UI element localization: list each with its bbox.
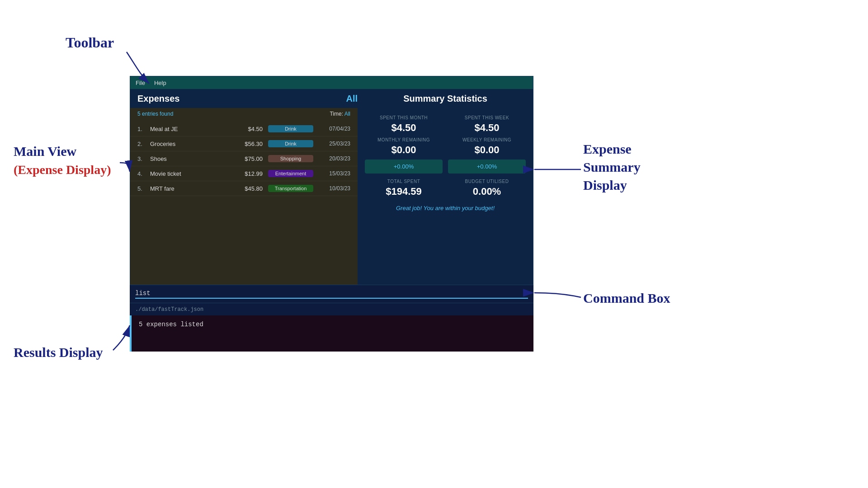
entries-bar: 5 entries found Time: All	[130, 108, 358, 120]
results-text: 5 expenses listed	[139, 321, 203, 328]
total-spent-label: TOTAL SPENT	[365, 179, 443, 184]
total-row: TOTAL SPENT $194.59 BUDGET UTILISED 0.00…	[365, 179, 526, 197]
expense-name: MRT fare	[150, 185, 231, 192]
table-row[interactable]: 5. MRT fare $45.80 Transportation 10/03/…	[130, 181, 358, 196]
status-bar: ./data/fastTrack.json	[130, 303, 533, 315]
expense-category: Drink	[268, 140, 313, 147]
budget-utilised-value: 0.00%	[448, 186, 526, 197]
summary-top-row: SPENT THIS MONTH $4.50 SPENT THIS WEEK $…	[365, 115, 526, 134]
expense-amount: $56.30	[231, 141, 263, 147]
expense-summary-annotation3: Display	[583, 178, 627, 192]
expense-amount: $75.00	[231, 155, 263, 162]
expense-name: Meal at JE	[150, 126, 231, 132]
expense-amount: $4.50	[231, 126, 263, 132]
summary-header: Summary Statistics	[358, 89, 533, 108]
expense-amount: $45.80	[231, 185, 263, 192]
expenses-header: Expenses	[130, 89, 346, 108]
expense-category: Entertainment	[268, 170, 313, 177]
spent-this-week-card: SPENT THIS WEEK $4.50	[448, 115, 526, 134]
expense-date: 15/03/23	[319, 170, 350, 177]
main-content: 5 entries found Time: All 1. Meal at JE …	[130, 108, 533, 315]
expense-category: Transportation	[268, 185, 313, 192]
results-arrow	[113, 325, 130, 350]
total-spent-card: TOTAL SPENT $194.59	[365, 179, 443, 197]
spent-month-label: SPENT THIS MONTH	[365, 115, 443, 120]
time-label: Time: All	[330, 111, 350, 117]
row-num: 3.	[137, 155, 150, 162]
weekly-remaining-card: WEEKLY REMAINING $0.00	[448, 137, 526, 156]
expense-summary-annotation: Expense	[583, 141, 632, 156]
entries-count: 5 entries found	[137, 111, 173, 117]
results-annotation: Results Display	[14, 345, 103, 360]
main-view-annotation: Main View	[14, 144, 76, 159]
header-row: Expenses All Summary Statistics	[130, 89, 533, 108]
main-view-annotation2: (Expense Display)	[14, 163, 111, 177]
command-box-arrow	[534, 293, 581, 297]
status-text: ./data/fastTrack.json	[135, 306, 203, 313]
summary-panel: SPENT THIS MONTH $4.50 SPENT THIS WEEK $…	[358, 108, 533, 315]
table-row[interactable]: 3. Shoes $75.00 Shopping 20/03/23	[130, 151, 358, 166]
command-input[interactable]	[135, 290, 528, 299]
toolbar-annotation: Toolbar	[66, 34, 114, 51]
command-box	[130, 285, 533, 303]
spent-week-value: $4.50	[448, 122, 526, 134]
expense-category: Shopping	[268, 155, 313, 162]
monthly-remaining-card: MONTHLY REMAINING $0.00	[365, 137, 443, 156]
expense-name: Movie ticket	[150, 170, 231, 177]
filter-header: All	[346, 89, 358, 108]
expense-category: Drink	[268, 125, 313, 132]
main-view-arrow	[120, 163, 130, 172]
app-window: File Help Expenses All Summary Statistic…	[130, 76, 533, 315]
expense-date: 25/03/23	[319, 141, 350, 147]
weekly-change-button[interactable]: +0.00%	[448, 160, 526, 174]
weekly-remaining-value: $0.00	[448, 144, 526, 156]
expense-panel: 5 entries found Time: All 1. Meal at JE …	[130, 108, 358, 315]
results-display: 5 expenses listed	[130, 315, 533, 352]
expense-amount: $12.99	[231, 170, 263, 177]
file-menu[interactable]: File	[136, 80, 145, 86]
total-spent-value: $194.59	[365, 186, 443, 197]
row-num: 1.	[137, 126, 150, 132]
row-num: 4.	[137, 170, 150, 177]
menu-bar: File Help	[130, 76, 533, 89]
table-row[interactable]: 4. Movie ticket $12.99 Entertainment 15/…	[130, 166, 358, 181]
summary-remaining-row: MONTHLY REMAINING $0.00 WEEKLY REMAINING…	[365, 137, 526, 156]
budget-utilised-card: BUDGET UTILISED 0.00%	[448, 179, 526, 197]
expense-name: Shoes	[150, 155, 231, 162]
expense-date: 07/04/23	[319, 126, 350, 132]
expense-date: 20/03/23	[319, 155, 350, 162]
summary-change-row: +0.00% +0.00%	[365, 160, 526, 174]
help-menu[interactable]: Help	[154, 80, 166, 86]
spent-this-month-card: SPENT THIS MONTH $4.50	[365, 115, 443, 134]
spent-week-label: SPENT THIS WEEK	[448, 115, 526, 120]
row-num: 2.	[137, 141, 150, 147]
row-num: 5.	[137, 185, 150, 192]
monthly-remaining-label: MONTHLY REMAINING	[365, 137, 443, 142]
table-row[interactable]: 2. Groceries $56.30 Drink 25/03/23	[130, 136, 358, 151]
budget-utilised-label: BUDGET UTILISED	[448, 179, 526, 184]
expense-name: Groceries	[150, 141, 231, 147]
monthly-remaining-value: $0.00	[365, 144, 443, 156]
summary-message: Great job! You are within your budget!	[365, 205, 526, 211]
spent-month-value: $4.50	[365, 122, 443, 134]
table-row[interactable]: 1. Meal at JE $4.50 Drink 07/04/23	[130, 122, 358, 136]
monthly-change-button[interactable]: +0.00%	[365, 160, 443, 174]
command-box-annotation: Command Box	[583, 291, 670, 305]
expense-summary-annotation2: Summary	[583, 160, 641, 174]
weekly-remaining-label: WEEKLY REMAINING	[448, 137, 526, 142]
expense-date: 10/03/23	[319, 185, 350, 192]
